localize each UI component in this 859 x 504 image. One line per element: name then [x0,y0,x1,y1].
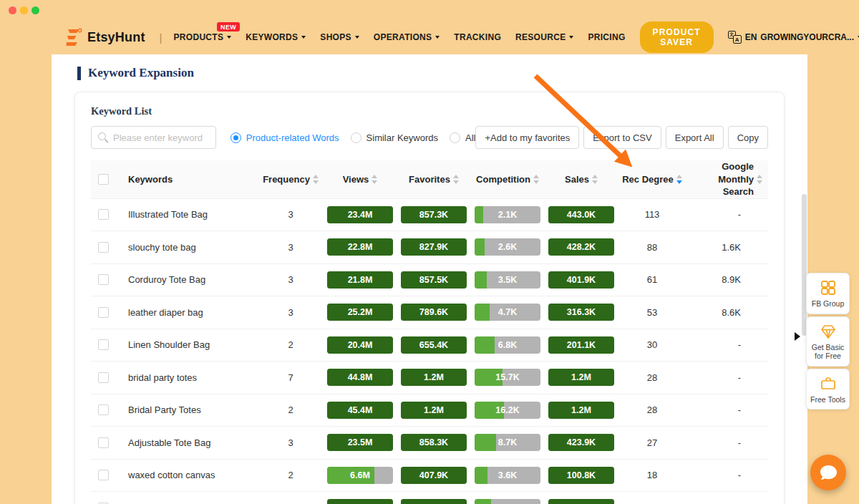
row-checkbox[interactable] [98,242,109,253]
nav-item-products[interactable]: PRODUCTS NEW [174,32,232,42]
account-menu[interactable]: GROWINGYOURCRA... [760,32,859,42]
sort-icon[interactable] [533,175,539,184]
sort-icon-active[interactable] [676,175,682,184]
window-close-button[interactable] [9,6,16,14]
search-input[interactable] [91,126,216,149]
chevron-down-icon [301,36,306,39]
top-nav: EtsyHunt | PRODUCTS NEW KEYWORDS SHOPS O… [0,20,859,54]
radio-product-related-words[interactable]: Product-related Words [230,132,339,143]
google-monthly-cell: - [686,470,768,480]
favorites-badge: 857.3K [401,206,467,223]
window-zoom-button[interactable] [31,6,39,14]
views-badge: 22.8M [327,238,393,256]
translate-icon[interactable]: 文 A [728,31,742,44]
sort-icon[interactable] [757,175,762,184]
row-checkbox[interactable] [98,307,109,318]
export-csv-button[interactable]: Export to CSV [583,126,661,149]
radio-icon [230,132,241,143]
competition-badge [475,499,540,504]
frequency-cell: 3 [258,274,323,285]
export-all-button[interactable]: Export All [666,126,724,149]
nav-right-group: 文 A EN GROWINGYOURCRA... [728,31,859,44]
rec-degree-cell: 18 [618,470,686,480]
window-minimize-button[interactable] [20,6,28,14]
brand-name[interactable]: EtsyHunt [87,30,145,45]
views-badge: 45.4M [327,402,393,419]
row-checkbox[interactable] [98,209,109,220]
row-checkbox[interactable] [98,372,109,383]
keyword-cell[interactable]: Bridal Party Totes [122,404,258,415]
keyword-cell[interactable]: Corduroy Tote Bag [122,274,258,285]
frequency-cell: 7 [258,372,323,383]
column-header-sales[interactable]: Sales [545,174,618,185]
row-checkbox[interactable] [98,470,109,480]
nav-item-shops[interactable]: SHOPS [320,32,359,42]
row-checkbox[interactable] [98,274,109,285]
competition-badge: 2.6K [475,238,540,256]
favorites-badge: 827.9K [401,238,467,256]
language-label[interactable]: EN [745,32,757,42]
filter-radio-group: Product-related Words Similar Keywords A… [230,132,476,143]
table-body: Illustrated Tote Bag 3 23.4M 857.3K 2.1K… [91,199,768,504]
chat-launcher-button[interactable] [810,455,846,490]
column-header-google-monthly-search[interactable]: Google Monthly Search [686,160,768,198]
column-header-views[interactable]: Views [323,174,397,185]
nav-item-keywords[interactable]: KEYWORDS [246,32,306,42]
floating-tools-panel: FB Group Get Basic for Free Free Tools [806,273,850,410]
views-badge: 6.6M [327,467,393,484]
competition-badge: 15.7K [475,369,540,386]
keyword-cell[interactable]: Linen Shoulder Bag [122,339,258,350]
panel-collapse-arrow-icon[interactable] [795,332,800,341]
main-content: Keyword Expansion Keyword List Product-r… [52,54,807,504]
rec-degree-cell: 30 [618,339,686,350]
keyword-cell[interactable]: leather diaper bag [122,307,258,318]
nav-item-pricing[interactable]: PRICING [588,32,625,42]
sort-icon[interactable] [592,175,598,184]
google-monthly-cell: - [686,437,768,448]
product-saver-button[interactable]: PRODUCT SAVER [640,21,714,53]
sort-icon[interactable] [453,175,459,184]
keyword-cell[interactable]: slouchy tote bag [122,242,258,253]
table-row: leather diaper bag 3 25.2M 789.6K 4.7K 3… [91,296,768,329]
nav-item-tracking[interactable]: TRACKING [454,32,501,42]
sort-icon[interactable] [372,175,377,184]
chevron-down-icon [355,36,359,39]
keyword-cell[interactable]: Illustrated Tote Bag [122,209,258,220]
rec-degree-cell: 53 [618,307,686,318]
radio-similar-keywords[interactable]: Similar Keywords [351,132,438,143]
radio-all[interactable]: All [450,132,475,143]
search-icon [98,132,106,140]
get-basic-free-button[interactable]: Get Basic for Free [806,316,850,367]
keyword-cell[interactable]: Adjustable Tote Bag [122,437,258,448]
competition-badge: 16.2K [475,402,540,419]
keyword-cell[interactable]: bridal party totes [122,372,258,383]
tool-label: FB Group [812,299,845,309]
sort-icon[interactable] [313,175,319,184]
sales-badge: 1.2M [548,402,614,419]
column-header-rec-degree[interactable]: Rec Degree [618,174,686,185]
chevron-down-icon [227,36,231,39]
row-checkbox[interactable] [98,404,109,415]
sales-badge: 401.9K [548,271,614,289]
row-checkbox[interactable] [98,339,109,350]
favorites-badge: 655.4K [401,336,467,354]
etsyhunt-logo-icon[interactable] [63,28,82,47]
nav-item-operations[interactable]: OPERATIONS [374,32,440,42]
new-badge: NEW [217,22,240,32]
nav-item-label: RESOURCE [515,32,566,42]
copy-button[interactable]: Copy [728,126,768,149]
add-to-favorites-button[interactable]: +Add to my favorites [475,126,579,149]
sales-badge: 201.1K [548,336,614,354]
select-all-checkbox[interactable] [98,174,109,185]
free-tools-button[interactable]: Free Tools [806,369,850,410]
fb-group-button[interactable]: FB Group [806,273,850,314]
competition-badge: 3.6K [475,467,540,484]
nav-item-resource[interactable]: RESOURCE [515,32,573,42]
sales-badge [548,499,614,504]
column-header-competition[interactable]: Competition [470,174,545,185]
row-checkbox[interactable] [98,437,109,448]
keyword-cell[interactable]: waxed cotton canvas [122,470,258,480]
column-header-frequency[interactable]: Frequency [258,174,323,185]
column-header-favorites[interactable]: Favorites [397,174,470,185]
keyword-search [91,126,216,149]
